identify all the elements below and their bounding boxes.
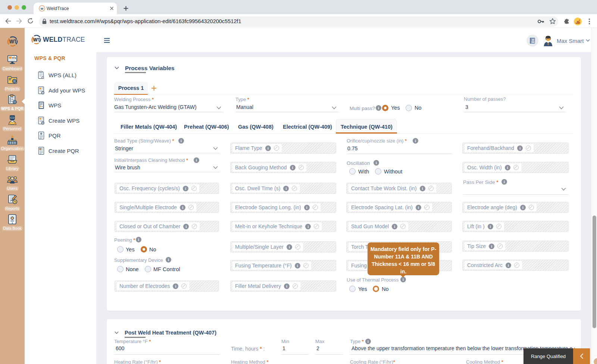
svg-text:W: W [41, 7, 44, 10]
svg-text:T: T [37, 37, 40, 43]
svg-text:T: T [14, 38, 17, 44]
